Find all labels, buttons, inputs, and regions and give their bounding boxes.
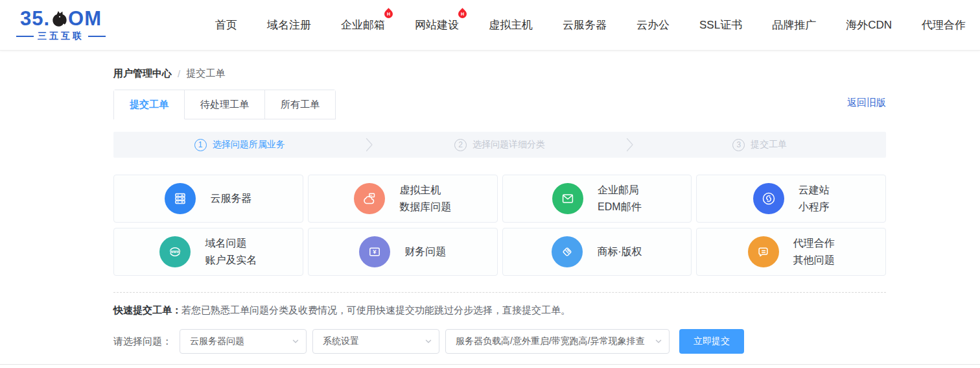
- trademark-icon: [552, 236, 583, 267]
- select-value: 服务器负载高/意外重启/带宽跑高/异常现象排查: [456, 336, 645, 347]
- category-card-label: 域名问题账户及实名: [205, 235, 257, 269]
- breadcrumb-separator: /: [178, 68, 180, 79]
- nav-item-label: 网站建设: [415, 19, 459, 31]
- step-1: 1选择问题所属业务: [113, 139, 366, 151]
- site-header: 35. OM 三五互联 首页域名注册企业邮箱H网站建设H虚拟主机云服务器云办公S…: [0, 0, 980, 51]
- nav-item-3[interactable]: 企业邮箱H: [341, 18, 385, 32]
- tab-3[interactable]: 所有工单: [265, 90, 335, 119]
- nav-item-label: 云办公: [636, 19, 670, 31]
- tab-2[interactable]: 待处理工单: [185, 90, 265, 119]
- step-3: 3提交工单: [634, 139, 886, 151]
- logo-text-left: 35.: [20, 8, 50, 29]
- tab-1[interactable]: 提交工单: [114, 90, 185, 119]
- chevron-down-icon: [425, 337, 432, 345]
- nav-item-10[interactable]: 海外CDN: [846, 18, 892, 32]
- nav-item-9[interactable]: 品牌推广: [772, 18, 816, 32]
- agent-icon: [748, 236, 779, 267]
- nav-item-label: 虚拟主机: [489, 19, 533, 31]
- step-number: 2: [454, 139, 467, 151]
- dashed-divider: [113, 292, 886, 293]
- finance-icon: ¥: [359, 236, 390, 267]
- quick-submit-note: 快速提交工单：若您已熟悉工单问题分类及收费情况，可使用快速提交功能跳过分步选择，…: [113, 304, 886, 317]
- server-icon: [165, 183, 196, 214]
- nav-item-label: 海外CDN: [846, 19, 892, 31]
- step-label: 提交工单: [751, 139, 787, 151]
- step-label: 选择问题所属业务: [213, 139, 285, 151]
- logo-subtitle: 三五互联: [38, 31, 84, 42]
- step-2: 2选择问题详细分类: [373, 139, 625, 151]
- site-logo[interactable]: 35. OM 三五互联: [16, 8, 106, 42]
- quick-submit-desc: 若您已熟悉工单问题分类及收费情况，可使用快速提交功能跳过分步选择，直接提交工单。: [181, 304, 570, 315]
- page-bottom-divider: [0, 364, 980, 365]
- nav-item-label: 企业邮箱: [341, 19, 385, 31]
- submit-now-button[interactable]: 立即提交: [679, 329, 744, 354]
- question-select-1[interactable]: 云服务器问题: [180, 329, 307, 354]
- logo-horse-icon: [50, 10, 68, 30]
- nav-item-label: 首页: [215, 19, 237, 31]
- hot-flame-icon: H: [456, 8, 468, 19]
- category-card-label: 云服务器: [210, 190, 251, 207]
- category-card-5[interactable]: www域名问题账户及实名: [113, 228, 303, 276]
- back-to-old-version-link[interactable]: 返回旧版: [847, 97, 886, 109]
- nav-item-label: 代理合作: [922, 19, 966, 31]
- question-selects: 云服务器问题系统设置服务器负载高/意外重启/带宽跑高/异常现象排查: [180, 329, 670, 354]
- svg-text:¥: ¥: [373, 248, 377, 255]
- main-nav: 首页域名注册企业邮箱H网站建设H虚拟主机云服务器云办公SSL证书品牌推广海外CD…: [215, 18, 971, 32]
- logo-dash-left: [16, 36, 34, 37]
- quick-submit-row: 请选择问题： 云服务器问题系统设置服务器负载高/意外重启/带宽跑高/异常现象排查…: [113, 329, 886, 354]
- select-value: 云服务器问题: [190, 336, 244, 347]
- step-number: 3: [732, 139, 745, 151]
- category-card-7[interactable]: 商标·版权: [502, 228, 692, 276]
- quick-submit-title: 快速提交工单：: [113, 304, 181, 315]
- nav-item-11[interactable]: 代理合作: [922, 18, 966, 32]
- chevron-right-icon: [626, 138, 634, 152]
- nav-item-7[interactable]: 云办公: [636, 18, 670, 32]
- mail-icon: [552, 183, 583, 214]
- category-grid: 云服务器虚拟主机数据库问题企业邮局EDM邮件云建站小程序www域名问题账户及实名…: [113, 175, 886, 276]
- category-card-2[interactable]: 虚拟主机数据库问题: [308, 175, 498, 223]
- category-card-label: 商标·版权: [597, 243, 642, 260]
- logo-text-right: OM: [68, 8, 102, 29]
- nav-item-2[interactable]: 域名注册: [267, 18, 311, 32]
- nav-item-label: 品牌推广: [772, 19, 816, 31]
- nav-item-1[interactable]: 首页: [215, 18, 237, 32]
- step-number: 1: [194, 139, 207, 151]
- category-card-1[interactable]: 云服务器: [113, 175, 303, 223]
- category-card-label: 代理合作其他问题: [793, 235, 835, 269]
- nav-item-8[interactable]: SSL证书: [699, 18, 742, 32]
- category-card-label: 云建站小程序: [799, 182, 830, 215]
- category-card-6[interactable]: ¥财务问题: [308, 228, 498, 276]
- tab-bar-row: 提交工单待处理工单所有工单 返回旧版: [113, 90, 886, 119]
- logo-dash-right: [88, 36, 106, 37]
- category-card-label: 虚拟主机数据库问题: [399, 182, 451, 215]
- category-card-8[interactable]: 代理合作其他问题: [696, 228, 886, 276]
- question-select-3[interactable]: 服务器负载高/意外重启/带宽跑高/异常现象排查: [445, 329, 670, 354]
- hot-flame-icon: H: [382, 8, 394, 19]
- chevron-down-icon: [292, 337, 299, 345]
- category-card-label: 企业邮局EDM邮件: [598, 182, 642, 215]
- domain-icon: www: [159, 236, 191, 267]
- select-value: 系统设置: [323, 336, 359, 347]
- svg-text:www: www: [169, 249, 181, 254]
- category-card-3[interactable]: 企业邮局EDM邮件: [502, 175, 692, 223]
- tab-bar: 提交工单待处理工单所有工单: [113, 90, 336, 119]
- nav-item-label: 云服务器: [563, 19, 607, 31]
- nav-item-4[interactable]: 网站建设H: [415, 18, 459, 32]
- category-card-4[interactable]: 云建站小程序: [696, 175, 886, 223]
- nav-item-6[interactable]: 云服务器: [563, 18, 607, 32]
- breadcrumb-root[interactable]: 用户管理中心: [113, 67, 172, 80]
- question-select-2[interactable]: 系统设置: [312, 329, 439, 354]
- chevron-down-icon: [655, 337, 662, 345]
- steps-bar: 1选择问题所属业务2选择问题详细分类3提交工单: [113, 132, 886, 158]
- chevron-right-icon: [366, 138, 373, 152]
- breadcrumb: 用户管理中心 / 提交工单: [113, 67, 886, 80]
- logo-subtitle-row: 三五互联: [16, 31, 106, 42]
- nav-item-label: SSL证书: [699, 19, 742, 31]
- breadcrumb-current: 提交工单: [186, 67, 225, 80]
- step-label: 选择问题详细分类: [472, 139, 545, 151]
- logo-wordmark: 35. OM: [20, 8, 102, 29]
- question-select-label: 请选择问题：: [113, 336, 172, 348]
- main-content: 用户管理中心 / 提交工单 提交工单待处理工单所有工单 返回旧版 1选择问题所属…: [113, 67, 886, 354]
- miniprogram-icon: [753, 183, 784, 214]
- nav-item-5[interactable]: 虚拟主机: [489, 18, 533, 32]
